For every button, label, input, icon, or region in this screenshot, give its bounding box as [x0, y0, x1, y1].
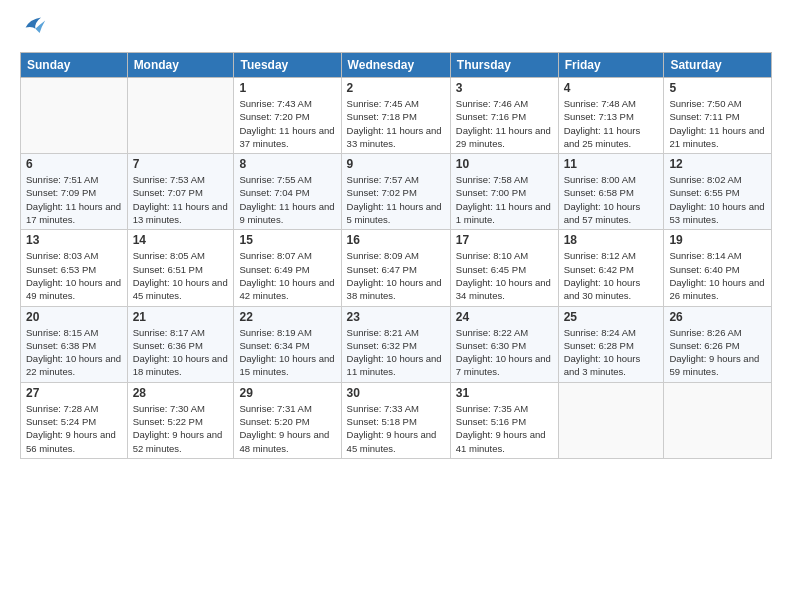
day-number: 14: [133, 233, 229, 247]
day-info: Sunrise: 7:45 AM Sunset: 7:18 PM Dayligh…: [347, 97, 445, 150]
day-info: Sunrise: 7:55 AM Sunset: 7:04 PM Dayligh…: [239, 173, 335, 226]
day-number: 6: [26, 157, 122, 171]
day-info: Sunrise: 8:09 AM Sunset: 6:47 PM Dayligh…: [347, 249, 445, 302]
calendar-cell: 15Sunrise: 8:07 AM Sunset: 6:49 PM Dayli…: [234, 230, 341, 306]
day-info: Sunrise: 7:51 AM Sunset: 7:09 PM Dayligh…: [26, 173, 122, 226]
week-row-2: 6Sunrise: 7:51 AM Sunset: 7:09 PM Daylig…: [21, 154, 772, 230]
calendar-cell: 30Sunrise: 7:33 AM Sunset: 5:18 PM Dayli…: [341, 382, 450, 458]
day-info: Sunrise: 8:22 AM Sunset: 6:30 PM Dayligh…: [456, 326, 553, 379]
day-info: Sunrise: 7:57 AM Sunset: 7:02 PM Dayligh…: [347, 173, 445, 226]
day-info: Sunrise: 7:46 AM Sunset: 7:16 PM Dayligh…: [456, 97, 553, 150]
day-info: Sunrise: 7:58 AM Sunset: 7:00 PM Dayligh…: [456, 173, 553, 226]
day-info: Sunrise: 8:19 AM Sunset: 6:34 PM Dayligh…: [239, 326, 335, 379]
page-header: [0, 0, 792, 52]
calendar-cell: 22Sunrise: 8:19 AM Sunset: 6:34 PM Dayli…: [234, 306, 341, 382]
day-info: Sunrise: 8:26 AM Sunset: 6:26 PM Dayligh…: [669, 326, 766, 379]
logo: [18, 12, 48, 44]
day-number: 11: [564, 157, 659, 171]
day-number: 9: [347, 157, 445, 171]
day-number: 15: [239, 233, 335, 247]
calendar-cell: 19Sunrise: 8:14 AM Sunset: 6:40 PM Dayli…: [664, 230, 772, 306]
day-number: 28: [133, 386, 229, 400]
calendar-cell: 20Sunrise: 8:15 AM Sunset: 6:38 PM Dayli…: [21, 306, 128, 382]
calendar-cell: 12Sunrise: 8:02 AM Sunset: 6:55 PM Dayli…: [664, 154, 772, 230]
day-info: Sunrise: 8:14 AM Sunset: 6:40 PM Dayligh…: [669, 249, 766, 302]
day-number: 13: [26, 233, 122, 247]
calendar-cell: 31Sunrise: 7:35 AM Sunset: 5:16 PM Dayli…: [450, 382, 558, 458]
calendar-cell: 21Sunrise: 8:17 AM Sunset: 6:36 PM Dayli…: [127, 306, 234, 382]
calendar-cell: 13Sunrise: 8:03 AM Sunset: 6:53 PM Dayli…: [21, 230, 128, 306]
calendar-cell: 23Sunrise: 8:21 AM Sunset: 6:32 PM Dayli…: [341, 306, 450, 382]
day-info: Sunrise: 8:05 AM Sunset: 6:51 PM Dayligh…: [133, 249, 229, 302]
weekday-header-row: SundayMondayTuesdayWednesdayThursdayFrid…: [21, 53, 772, 78]
calendar-cell: 25Sunrise: 8:24 AM Sunset: 6:28 PM Dayli…: [558, 306, 664, 382]
day-info: Sunrise: 8:00 AM Sunset: 6:58 PM Dayligh…: [564, 173, 659, 226]
day-info: Sunrise: 7:28 AM Sunset: 5:24 PM Dayligh…: [26, 402, 122, 455]
weekday-saturday: Saturday: [664, 53, 772, 78]
day-number: 7: [133, 157, 229, 171]
calendar-cell: 7Sunrise: 7:53 AM Sunset: 7:07 PM Daylig…: [127, 154, 234, 230]
day-number: 18: [564, 233, 659, 247]
day-number: 25: [564, 310, 659, 324]
calendar-cell: [127, 78, 234, 154]
day-number: 22: [239, 310, 335, 324]
day-info: Sunrise: 8:15 AM Sunset: 6:38 PM Dayligh…: [26, 326, 122, 379]
day-number: 19: [669, 233, 766, 247]
day-info: Sunrise: 8:02 AM Sunset: 6:55 PM Dayligh…: [669, 173, 766, 226]
weekday-tuesday: Tuesday: [234, 53, 341, 78]
week-row-4: 20Sunrise: 8:15 AM Sunset: 6:38 PM Dayli…: [21, 306, 772, 382]
day-number: 31: [456, 386, 553, 400]
day-number: 21: [133, 310, 229, 324]
day-number: 17: [456, 233, 553, 247]
weekday-friday: Friday: [558, 53, 664, 78]
day-info: Sunrise: 7:53 AM Sunset: 7:07 PM Dayligh…: [133, 173, 229, 226]
calendar-cell: 29Sunrise: 7:31 AM Sunset: 5:20 PM Dayli…: [234, 382, 341, 458]
day-number: 5: [669, 81, 766, 95]
day-info: Sunrise: 8:12 AM Sunset: 6:42 PM Dayligh…: [564, 249, 659, 302]
day-number: 24: [456, 310, 553, 324]
day-info: Sunrise: 7:31 AM Sunset: 5:20 PM Dayligh…: [239, 402, 335, 455]
calendar-cell: 2Sunrise: 7:45 AM Sunset: 7:18 PM Daylig…: [341, 78, 450, 154]
calendar-cell: 28Sunrise: 7:30 AM Sunset: 5:22 PM Dayli…: [127, 382, 234, 458]
calendar-cell: 5Sunrise: 7:50 AM Sunset: 7:11 PM Daylig…: [664, 78, 772, 154]
calendar-table: SundayMondayTuesdayWednesdayThursdayFrid…: [20, 52, 772, 459]
weekday-monday: Monday: [127, 53, 234, 78]
day-info: Sunrise: 8:17 AM Sunset: 6:36 PM Dayligh…: [133, 326, 229, 379]
day-info: Sunrise: 8:10 AM Sunset: 6:45 PM Dayligh…: [456, 249, 553, 302]
calendar-cell: [21, 78, 128, 154]
day-info: Sunrise: 7:50 AM Sunset: 7:11 PM Dayligh…: [669, 97, 766, 150]
day-number: 2: [347, 81, 445, 95]
day-number: 30: [347, 386, 445, 400]
weekday-sunday: Sunday: [21, 53, 128, 78]
calendar-cell: 6Sunrise: 7:51 AM Sunset: 7:09 PM Daylig…: [21, 154, 128, 230]
calendar-cell: 18Sunrise: 8:12 AM Sunset: 6:42 PM Dayli…: [558, 230, 664, 306]
calendar-cell: 3Sunrise: 7:46 AM Sunset: 7:16 PM Daylig…: [450, 78, 558, 154]
day-info: Sunrise: 8:24 AM Sunset: 6:28 PM Dayligh…: [564, 326, 659, 379]
day-number: 12: [669, 157, 766, 171]
day-number: 8: [239, 157, 335, 171]
day-info: Sunrise: 8:03 AM Sunset: 6:53 PM Dayligh…: [26, 249, 122, 302]
logo-icon: [20, 12, 48, 40]
day-info: Sunrise: 7:33 AM Sunset: 5:18 PM Dayligh…: [347, 402, 445, 455]
calendar-cell: 24Sunrise: 8:22 AM Sunset: 6:30 PM Dayli…: [450, 306, 558, 382]
day-number: 4: [564, 81, 659, 95]
day-number: 16: [347, 233, 445, 247]
week-row-3: 13Sunrise: 8:03 AM Sunset: 6:53 PM Dayli…: [21, 230, 772, 306]
calendar-cell: 27Sunrise: 7:28 AM Sunset: 5:24 PM Dayli…: [21, 382, 128, 458]
calendar-cell: 4Sunrise: 7:48 AM Sunset: 7:13 PM Daylig…: [558, 78, 664, 154]
week-row-5: 27Sunrise: 7:28 AM Sunset: 5:24 PM Dayli…: [21, 382, 772, 458]
calendar-cell: 10Sunrise: 7:58 AM Sunset: 7:00 PM Dayli…: [450, 154, 558, 230]
weekday-wednesday: Wednesday: [341, 53, 450, 78]
weekday-thursday: Thursday: [450, 53, 558, 78]
day-info: Sunrise: 8:21 AM Sunset: 6:32 PM Dayligh…: [347, 326, 445, 379]
day-number: 26: [669, 310, 766, 324]
day-info: Sunrise: 7:35 AM Sunset: 5:16 PM Dayligh…: [456, 402, 553, 455]
calendar-cell: [558, 382, 664, 458]
calendar-cell: 8Sunrise: 7:55 AM Sunset: 7:04 PM Daylig…: [234, 154, 341, 230]
calendar-cell: 16Sunrise: 8:09 AM Sunset: 6:47 PM Dayli…: [341, 230, 450, 306]
day-number: 3: [456, 81, 553, 95]
calendar-cell: 11Sunrise: 8:00 AM Sunset: 6:58 PM Dayli…: [558, 154, 664, 230]
calendar-body: 1Sunrise: 7:43 AM Sunset: 7:20 PM Daylig…: [21, 78, 772, 459]
day-info: Sunrise: 8:07 AM Sunset: 6:49 PM Dayligh…: [239, 249, 335, 302]
day-number: 27: [26, 386, 122, 400]
